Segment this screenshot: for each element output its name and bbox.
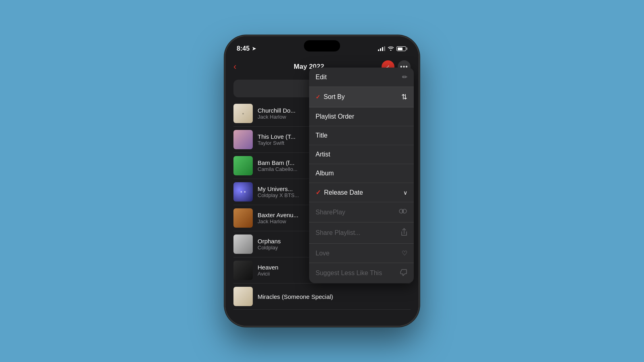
edit-label: Edit <box>316 74 327 81</box>
phone-container: 8:45 ➤ <box>225 36 419 326</box>
share-playlist-label: Share Playlist... <box>316 229 360 237</box>
share-icon <box>401 228 407 238</box>
share-playlist-menu-item[interactable]: Share Playlist... <box>309 222 414 244</box>
sort-option-release-date[interactable]: ✓ Release Date ∨ <box>309 183 414 202</box>
sort-release-label: Release Date <box>324 189 363 196</box>
phone-frame: 8:45 ➤ <box>225 36 419 326</box>
sort-album-label: Album <box>316 170 334 177</box>
sort-arrows-icon: ⇅ <box>401 93 407 101</box>
dropdown-overlay: Edit ✏ ✓ Sort By ⇅ Playlist Order <box>225 36 419 326</box>
thumbsdown-icon <box>400 269 407 278</box>
shareplay-icon <box>398 208 407 216</box>
suggest-less-menu-item[interactable]: Suggest Less Like This <box>309 263 414 283</box>
sort-check-icon: ✓ <box>316 94 320 100</box>
love-label: Love <box>316 250 330 257</box>
chevron-down-icon: ∨ <box>403 189 407 196</box>
sort-playlist-label: Playlist Order <box>316 113 354 120</box>
sort-option-album[interactable]: Album <box>309 164 414 183</box>
sort-by-label: Sort By <box>324 93 345 101</box>
release-date-left: ✓ Release Date <box>316 189 363 196</box>
suggest-less-label: Suggest Less Like This <box>316 269 382 277</box>
sort-title-label: Title <box>316 132 328 139</box>
screen: 8:45 ➤ <box>225 36 419 326</box>
sort-option-artist[interactable]: Artist <box>309 145 414 164</box>
love-menu-item[interactable]: Love ♡ <box>309 244 414 263</box>
edit-icon: ✏ <box>402 73 407 81</box>
edit-menu-item[interactable]: Edit ✏ <box>309 68 414 87</box>
sort-artist-label: Artist <box>316 151 330 158</box>
release-check-icon: ✓ <box>316 189 321 196</box>
shareplay-label: SharePlay <box>316 209 345 216</box>
sort-by-left: ✓ Sort By <box>316 93 345 101</box>
sort-option-playlist[interactable]: Playlist Order <box>309 107 414 126</box>
sort-option-title[interactable]: Title <box>309 126 414 145</box>
heart-icon: ♡ <box>402 249 407 257</box>
dropdown-menu[interactable]: Edit ✏ ✓ Sort By ⇅ Playlist Order <box>309 68 414 283</box>
shareplay-menu-item[interactable]: SharePlay <box>309 202 414 222</box>
sort-by-header[interactable]: ✓ Sort By ⇅ <box>309 87 414 107</box>
